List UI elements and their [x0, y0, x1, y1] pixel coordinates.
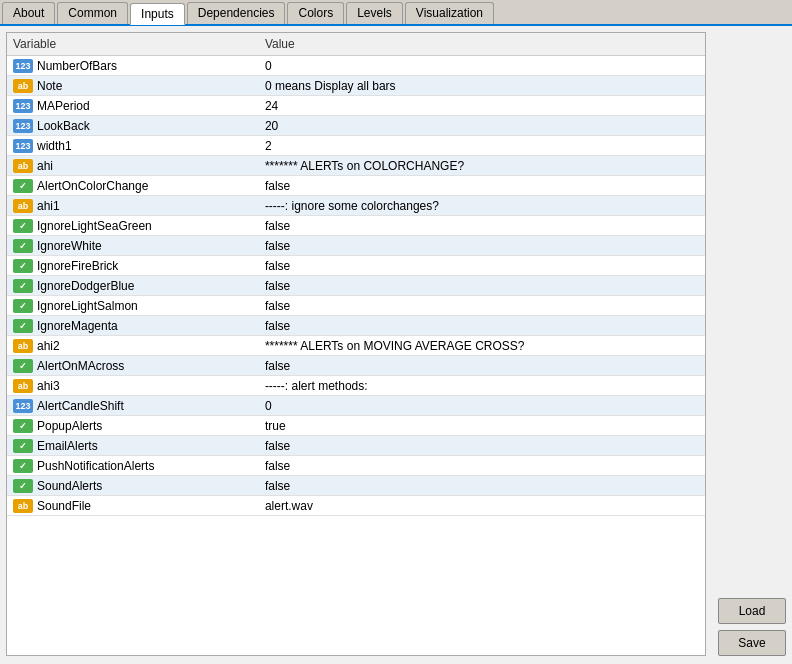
tab-levels[interactable]: Levels [346, 2, 403, 24]
col-variable-header: Variable [7, 33, 259, 56]
variable-cell: ✓AlertOnMAcross [7, 356, 259, 376]
variable-cell: ✓IgnoreLightSeaGreen [7, 216, 259, 236]
table-row: abahi1-----: ignore some colorchanges? [7, 196, 705, 216]
tab-colors[interactable]: Colors [287, 2, 344, 24]
table-row: ✓PushNotificationAlertsfalse [7, 456, 705, 476]
table-row: ✓IgnoreMagentafalse [7, 316, 705, 336]
variable-name: NumberOfBars [37, 59, 117, 73]
table-row: ✓AlertOnMAcrossfalse [7, 356, 705, 376]
value-cell: false [259, 236, 705, 256]
variable-cell: ✓AlertOnColorChange [7, 176, 259, 196]
variable-cell: ✓PushNotificationAlerts [7, 456, 259, 476]
table-row: ✓SoundAlertsfalse [7, 476, 705, 496]
side-buttons-panel: Load Save [712, 26, 792, 662]
variable-name: ahi [37, 159, 53, 173]
variable-name: AlertOnMAcross [37, 359, 124, 373]
variable-name: AlertCandleShift [37, 399, 124, 413]
variable-cell: ✓IgnoreWhite [7, 236, 259, 256]
type-badge-string: ab [13, 199, 33, 213]
type-badge-bool: ✓ [13, 419, 33, 433]
variable-cell: abahi3 [7, 376, 259, 396]
variable-cell: ✓PopupAlerts [7, 416, 259, 436]
tab-common[interactable]: Common [57, 2, 128, 24]
load-button[interactable]: Load [718, 598, 786, 624]
value-cell: false [259, 476, 705, 496]
value-cell: 24 [259, 96, 705, 116]
value-cell: false [259, 296, 705, 316]
variable-cell: ✓SoundAlerts [7, 476, 259, 496]
value-cell: 0 [259, 56, 705, 76]
variable-name: PushNotificationAlerts [37, 459, 154, 473]
variable-name: PopupAlerts [37, 419, 102, 433]
value-cell: false [259, 316, 705, 336]
tab-bar: AboutCommonInputsDependenciesColorsLevel… [0, 0, 792, 26]
variable-name: ahi1 [37, 199, 60, 213]
variable-name: ahi3 [37, 379, 60, 393]
tab-inputs[interactable]: Inputs [130, 3, 185, 25]
value-cell: false [259, 456, 705, 476]
table-row: 123LookBack20 [7, 116, 705, 136]
table-row: ✓IgnoreWhitefalse [7, 236, 705, 256]
value-cell: ******* ALERTs on MOVING AVERAGE CROSS? [259, 336, 705, 356]
tab-about[interactable]: About [2, 2, 55, 24]
col-value-header: Value [259, 33, 705, 56]
type-badge-numeric: 123 [13, 99, 33, 113]
value-cell: false [259, 436, 705, 456]
inputs-table: Variable Value 123NumberOfBars0abNote0 m… [7, 33, 705, 516]
variable-name: ahi2 [37, 339, 60, 353]
type-badge-bool: ✓ [13, 459, 33, 473]
value-cell: 0 [259, 396, 705, 416]
variable-name: IgnoreLightSalmon [37, 299, 138, 313]
table-row: abahi3-----: alert methods: [7, 376, 705, 396]
value-cell: 2 [259, 136, 705, 156]
variable-name: SoundFile [37, 499, 91, 513]
type-badge-bool: ✓ [13, 239, 33, 253]
table-row: ✓EmailAlertsfalse [7, 436, 705, 456]
variable-name: width1 [37, 139, 72, 153]
value-cell: ******* ALERTs on COLORCHANGE? [259, 156, 705, 176]
variable-name: IgnoreDodgerBlue [37, 279, 134, 293]
save-button[interactable]: Save [718, 630, 786, 656]
table-row: abNote0 means Display all bars [7, 76, 705, 96]
value-cell: false [259, 176, 705, 196]
table-row: abahi******* ALERTs on COLORCHANGE? [7, 156, 705, 176]
variable-name: EmailAlerts [37, 439, 98, 453]
table-row: ✓IgnoreFireBrickfalse [7, 256, 705, 276]
variable-name: AlertOnColorChange [37, 179, 148, 193]
type-badge-string: ab [13, 339, 33, 353]
variable-cell: 123width1 [7, 136, 259, 156]
type-badge-bool: ✓ [13, 479, 33, 493]
variable-cell: ✓IgnoreMagenta [7, 316, 259, 336]
type-badge-numeric: 123 [13, 399, 33, 413]
inputs-table-container: Variable Value 123NumberOfBars0abNote0 m… [6, 32, 706, 656]
variable-cell: abNote [7, 76, 259, 96]
type-badge-bool: ✓ [13, 259, 33, 273]
type-badge-bool: ✓ [13, 359, 33, 373]
type-badge-string: ab [13, 499, 33, 513]
value-cell: -----: alert methods: [259, 376, 705, 396]
variable-cell: 123AlertCandleShift [7, 396, 259, 416]
table-row: 123width12 [7, 136, 705, 156]
table-row: 123MAPeriod24 [7, 96, 705, 116]
variable-name: IgnoreFireBrick [37, 259, 118, 273]
variable-cell: 123NumberOfBars [7, 56, 259, 76]
type-badge-bool: ✓ [13, 279, 33, 293]
value-cell: -----: ignore some colorchanges? [259, 196, 705, 216]
table-row: ✓IgnoreLightSeaGreenfalse [7, 216, 705, 236]
value-cell: false [259, 216, 705, 236]
variable-cell: abSoundFile [7, 496, 259, 516]
type-badge-bool: ✓ [13, 319, 33, 333]
main-content: Variable Value 123NumberOfBars0abNote0 m… [0, 26, 792, 662]
table-row: abSoundFilealert.wav [7, 496, 705, 516]
type-badge-bool: ✓ [13, 179, 33, 193]
value-cell: false [259, 256, 705, 276]
value-cell: false [259, 356, 705, 376]
tab-visualization[interactable]: Visualization [405, 2, 494, 24]
value-cell: 20 [259, 116, 705, 136]
table-row: ✓AlertOnColorChangefalse [7, 176, 705, 196]
variable-name: IgnoreMagenta [37, 319, 118, 333]
tab-dependencies[interactable]: Dependencies [187, 2, 286, 24]
variable-cell: ✓IgnoreLightSalmon [7, 296, 259, 316]
value-cell: alert.wav [259, 496, 705, 516]
variable-name: IgnoreWhite [37, 239, 102, 253]
